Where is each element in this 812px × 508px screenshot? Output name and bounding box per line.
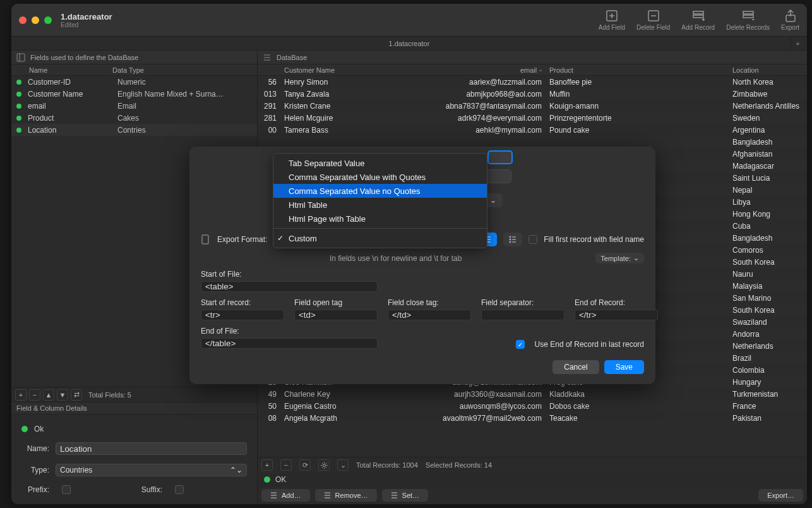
delete-records-icon — [741, 9, 755, 23]
save-button[interactable]: Save — [604, 360, 644, 374]
field-type-select[interactable]: Countries ⌃⌄ — [56, 464, 247, 476]
menu-item-custom[interactable]: ✓ Custom — [273, 231, 487, 245]
field-row[interactable]: Location Contries — [11, 124, 257, 136]
field-name-input[interactable] — [56, 442, 247, 455]
field-detail-header: Field & Column Details — [11, 402, 257, 414]
window-title: 1.datacreator — [61, 12, 112, 21]
menu-item[interactable]: Comma Separated Value with Quotes — [273, 170, 487, 184]
menu-item[interactable]: Tab Separated Value — [273, 156, 487, 170]
separator-input[interactable] — [481, 310, 564, 320]
delete-field-icon — [647, 9, 660, 23]
svg-rect-5 — [693, 11, 703, 14]
export-button[interactable]: Export — [781, 9, 799, 31]
field-type: Email — [117, 102, 257, 111]
window-subtitle: Edited — [61, 21, 112, 28]
panel-icon — [16, 53, 25, 62]
export-icon — [784, 9, 797, 23]
field-row[interactable]: email Email — [11, 100, 257, 112]
open-tag-input[interactable] — [294, 310, 378, 320]
fields-panel-header: Fields used to define the DataBase — [11, 51, 257, 64]
field-type: Cakes — [117, 114, 257, 123]
close-tag-input[interactable] — [388, 310, 471, 320]
total-fields-label: Total Fields: 5 — [88, 391, 131, 399]
svg-rect-13 — [17, 54, 25, 61]
check-icon: ✓ — [277, 234, 284, 243]
suffix-checkbox[interactable] — [175, 485, 184, 494]
menu-item[interactable]: Html Page with Table — [273, 212, 487, 226]
status-dot-icon — [16, 128, 21, 133]
menu-item[interactable]: Html Table — [273, 198, 487, 212]
end-record-label: End of Record: — [575, 298, 658, 307]
chevron-updown-icon: ⌃⌄ — [230, 466, 242, 475]
minimize-window-button[interactable] — [32, 16, 39, 24]
separator-label: Field separator: — [481, 298, 564, 307]
fill-first-checkbox[interactable] — [528, 235, 537, 244]
field-detail-body: Ok Name: Type: Countries ⌃⌄ Prefix: — [11, 414, 257, 504]
field-name: Customer-ID — [28, 78, 117, 87]
hint-label: In fields use \n for newline and \t for … — [201, 254, 590, 263]
status-dot-icon — [16, 116, 21, 121]
field-type: English Name Mixed + Surna… — [117, 90, 257, 99]
chevron-down-icon: ⌄ — [633, 254, 639, 262]
delete-records-button[interactable]: Delete Records — [726, 9, 770, 31]
tab-title[interactable]: 1.datacreator — [389, 40, 430, 47]
field-name: Product — [28, 114, 117, 123]
field-name: Customer Name — [28, 90, 117, 99]
start-file-input[interactable] — [201, 281, 378, 292]
menu-item[interactable]: Comma Separated Value no Quotes — [273, 184, 487, 198]
shuffle-button[interactable]: ⇄ — [71, 389, 82, 401]
field-row[interactable]: Customer Name English Name Mixed + Surna… — [11, 88, 257, 100]
add-record-icon — [691, 9, 705, 23]
add-field-icon — [605, 9, 619, 23]
fill-first-label: Fill first record with field name — [544, 235, 644, 244]
move-down-button[interactable]: ▼ — [57, 389, 68, 401]
menu-separator — [273, 228, 487, 229]
col-type-header[interactable]: Data Type — [112, 66, 257, 74]
end-record-input[interactable] — [575, 310, 658, 320]
fields-table-header: Name Data Type — [11, 64, 257, 76]
document-icon — [201, 234, 211, 245]
title-block: 1.datacreator Edited — [61, 12, 112, 28]
bullet-list-icon — [508, 235, 517, 244]
new-tab-button[interactable]: + — [791, 37, 804, 50]
app-window: 1.datacreator Edited Add Field Delete Fi… — [11, 4, 807, 504]
prefix-label: Prefix: — [21, 485, 49, 494]
field-type: Numeric — [117, 78, 257, 87]
remove-field-mini-button[interactable]: − — [29, 389, 40, 401]
use-end-checkbox[interactable] — [516, 340, 525, 349]
template-select[interactable]: Template: ⌄ — [595, 253, 644, 263]
delete-field-button[interactable]: Delete Field — [636, 9, 670, 31]
move-up-button[interactable]: ▲ — [43, 389, 54, 401]
field-status: Ok — [21, 425, 247, 433]
export-format-label: Export Format: — [217, 235, 267, 244]
svg-rect-28 — [202, 235, 208, 244]
grid-view-toggle[interactable] — [503, 233, 522, 246]
status-dot-icon — [16, 92, 21, 97]
cancel-button[interactable]: Cancel — [552, 360, 599, 374]
start-record-label: Start of record: — [201, 298, 284, 307]
start-record-input[interactable] — [201, 310, 284, 320]
fields-table: Name Data Type Customer-ID Numeric Custo… — [11, 64, 257, 136]
field-type: Contries — [117, 126, 257, 135]
status-dot-icon — [16, 80, 21, 85]
prefix-checkbox[interactable] — [62, 485, 71, 494]
col-name-header[interactable]: Name — [11, 66, 112, 74]
name-label: Name: — [21, 444, 49, 453]
field-name: email — [28, 102, 117, 111]
close-window-button[interactable] — [19, 16, 27, 24]
titlebar: 1.datacreator Edited Add Field Delete Fi… — [11, 4, 807, 37]
svg-rect-9 — [743, 11, 753, 14]
add-field-mini-button[interactable]: + — [15, 389, 27, 401]
open-tag-label: Field open tag — [294, 298, 378, 307]
window-controls — [19, 16, 52, 24]
field-row[interactable]: Customer-ID Numeric — [11, 76, 257, 88]
start-file-label: Start of File: — [201, 270, 644, 279]
toolbar: Add Field Delete Field Add Record Delete… — [599, 9, 799, 31]
format-dropdown-menu: Tab Separated ValueComma Separated Value… — [273, 153, 487, 248]
add-field-button[interactable]: Add Field — [599, 9, 625, 31]
zoom-window-button[interactable] — [44, 16, 52, 24]
add-record-button[interactable]: Add Record — [681, 9, 715, 31]
end-file-input[interactable] — [201, 338, 378, 349]
format-name-input[interactable] — [487, 150, 513, 164]
field-row[interactable]: Product Cakes — [11, 112, 257, 124]
